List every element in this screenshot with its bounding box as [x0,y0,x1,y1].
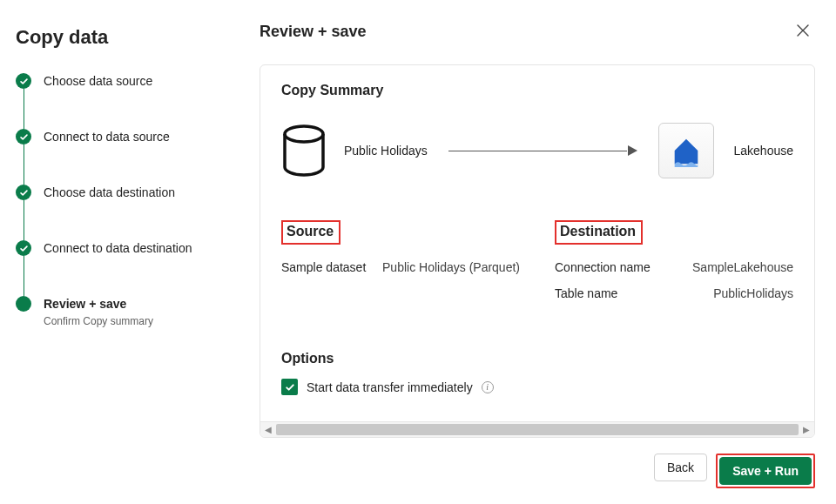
close-icon [796,24,810,40]
footer-actions: Back Save + Run [260,454,815,488]
check-icon [16,185,31,200]
summary-visual: Public Holidays Lakehouse [281,123,793,178]
kv-value: Public Holidays (Parquet) [382,260,520,274]
source-header: Source [281,220,340,245]
sidebar-title: Copy data [16,26,228,49]
start-immediate-checkbox[interactable] [281,379,298,395]
current-step-icon [16,296,31,312]
kv-value: PublicHolidays [713,286,793,300]
option-start-immediate: Start data transfer immediately i [281,379,793,395]
step-connect-to-data-source[interactable]: Connect to data source [16,129,228,185]
table-row: Connection name SampleLakehouse [555,260,793,274]
table-row: Table name PublicHolidays [555,286,793,300]
summary-card: Copy Summary Public Holidays [260,64,815,438]
wizard-steps: Choose data source Connect to data sourc… [16,73,228,327]
scroll-left-icon[interactable]: ◀ [260,422,276,438]
step-label: Connect to data source [44,129,170,144]
save-run-button[interactable]: Save + Run [719,457,812,485]
check-icon [16,73,31,89]
kv-key: Sample dataset [281,260,366,274]
start-immediate-label: Start data transfer immediately [307,380,473,394]
kv-key: Table name [555,286,617,300]
lakehouse-icon [658,123,714,178]
database-icon [281,124,327,177]
arrow-icon [448,150,638,151]
svg-point-0 [285,126,323,142]
step-label: Choose data source [44,73,152,89]
page-title: Review + save [260,23,367,41]
horizontal-scrollbar[interactable]: ◀ ▶ [260,421,814,437]
kv-key: Connection name [555,260,651,274]
step-choose-data-destination[interactable]: Choose data destination [16,185,228,240]
options-header: Options [281,351,793,366]
table-row: Sample dataset Public Holidays (Parquet) [281,260,520,274]
step-connect-to-data-destination[interactable]: Connect to data destination [16,240,228,296]
back-button[interactable]: Back [654,454,707,481]
destination-visual-label: Lakehouse [733,144,793,158]
scrollbar-thumb[interactable] [276,424,799,435]
source-column: Source Sample dataset Public Holidays (P… [281,220,520,312]
main-panel: Review + save Copy Summary Public Holida… [244,0,836,504]
check-icon [16,129,31,144]
step-sublabel: Confirm Copy summary [44,315,153,327]
destination-column: Destination Connection name SampleLakeho… [555,220,793,312]
wizard-sidebar: Copy data Choose data source Connect to … [0,0,244,504]
check-icon [16,240,31,256]
source-visual-label: Public Holidays [344,144,428,158]
step-label: Connect to data destination [44,240,192,256]
step-label: Choose data destination [44,185,175,200]
info-icon[interactable]: i [482,381,494,393]
save-run-highlight: Save + Run [716,454,815,488]
step-review-save[interactable]: Review + save Confirm Copy summary [16,296,228,327]
destination-header: Destination [555,220,643,245]
step-label: Review + save [44,296,153,312]
step-choose-data-source[interactable]: Choose data source [16,73,228,129]
close-button[interactable] [791,19,815,44]
kv-value: SampleLakehouse [692,260,793,274]
summary-heading: Copy Summary [281,83,793,98]
scroll-right-icon[interactable]: ▶ [799,422,814,438]
